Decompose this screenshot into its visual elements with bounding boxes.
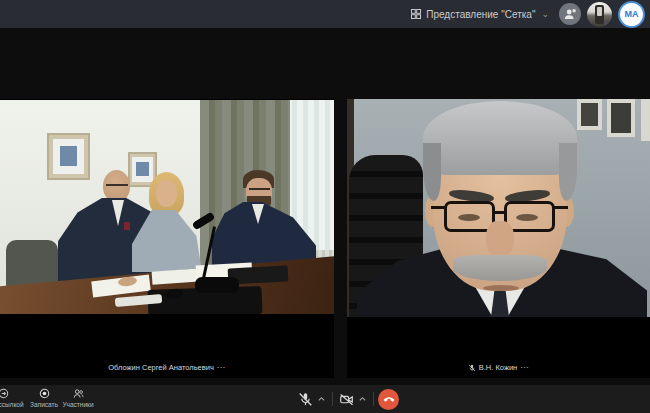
man-mustache <box>453 255 547 281</box>
person3-glasses <box>249 188 270 194</box>
participant-name-label: В.Н. Кожин ⋯ <box>347 363 650 372</box>
photo-highlight <box>597 7 602 16</box>
man-hair-side-left <box>423 143 441 201</box>
person1-pocket-square <box>124 222 130 230</box>
participants-button[interactable]: Участники <box>55 388 101 408</box>
picture-art-small <box>136 162 149 176</box>
more-options-icon[interactable]: ⋯ <box>520 363 529 372</box>
picture-art-large <box>60 146 77 166</box>
camera-muted-icon <box>339 392 354 407</box>
grid-view-icon <box>411 9 421 19</box>
more-options-icon[interactable]: ⋯ <box>217 363 226 372</box>
man-eye-left <box>458 214 480 221</box>
wall-frame-2 <box>607 99 635 137</box>
stop-video-button[interactable] <box>337 390 356 409</box>
man-nose <box>486 221 514 259</box>
participants-icon <box>73 388 84 399</box>
record-label: Записать <box>30 401 58 408</box>
participant-name: В.Н. Кожин <box>479 363 517 372</box>
meeting-window: Представление "Сетка" ⌄ МА <box>0 0 650 413</box>
mic-badge-icon <box>605 20 612 27</box>
mic-options-chevron[interactable] <box>315 393 328 405</box>
participant-avatar-photo[interactable] <box>587 2 612 27</box>
participant-name: Обложин Сергей Анатольевич <box>108 363 214 372</box>
share-link-label: ссылкой <box>0 401 24 408</box>
man-glasses-bridge <box>493 211 506 214</box>
top-bar: Представление "Сетка" ⌄ МА <box>0 0 650 28</box>
video-tile-right[interactable]: В.Н. Кожин ⋯ <box>347 99 650 378</box>
toolbar-divider <box>373 392 374 406</box>
toolbar-divider <box>332 392 333 406</box>
bottom-toolbar: ссылкой Записать Участники <box>0 385 650 413</box>
chevron-up-icon <box>358 395 367 403</box>
person2-face <box>156 180 177 207</box>
person-icon <box>563 7 577 21</box>
mic-muted-icon <box>468 364 476 372</box>
left-video-feed <box>0 100 334 314</box>
view-mode-button[interactable]: Представление "Сетка" ⌄ <box>411 9 549 20</box>
user-avatar-initials[interactable]: МА <box>618 1 645 28</box>
man-mouth-shadow <box>483 285 519 291</box>
wall-frame-3-partial <box>641 99 650 141</box>
person1-glasses <box>106 184 128 190</box>
record-icon <box>39 388 50 399</box>
end-call-button[interactable] <box>378 389 399 410</box>
mic-muted-icon <box>298 392 313 407</box>
participants-label: Участники <box>62 401 93 408</box>
video-tile-left[interactable]: Обложин Сергей Анатольевич ⋯ <box>0 99 334 378</box>
man-hair-side-right <box>559 143 577 201</box>
microphone-base <box>195 277 239 293</box>
end-call-icon <box>382 392 396 406</box>
participant-avatar-silhouette[interactable] <box>559 3 581 25</box>
wall-frame-1 <box>577 99 602 130</box>
view-mode-label: Представление "Сетка" <box>426 9 535 20</box>
mute-mic-button[interactable] <box>296 390 315 409</box>
video-options-chevron[interactable] <box>356 393 369 405</box>
man-glasses-temple-left <box>431 206 446 209</box>
participant-name-label: Обложин Сергей Анатольевич ⋯ <box>0 363 334 372</box>
chevron-up-icon <box>317 395 326 403</box>
man-hair <box>423 101 577 175</box>
man-eye-right <box>516 214 538 221</box>
man-glasses-temple-right <box>553 206 568 209</box>
right-video-feed <box>347 99 650 317</box>
chevron-down-icon: ⌄ <box>541 9 549 19</box>
share-link-icon <box>0 388 9 399</box>
avatar-initials: МА <box>625 9 639 19</box>
